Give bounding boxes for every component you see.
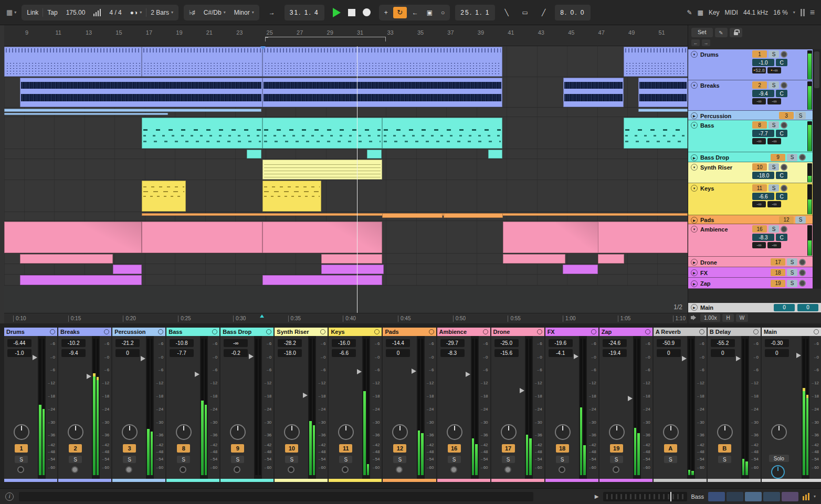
clip-fx[interactable] (113, 265, 142, 274)
pan-value[interactable]: C (776, 130, 787, 137)
computer-keyboard-icon[interactable]: ▦ (698, 9, 703, 16)
fader-lane[interactable] (411, 336, 417, 479)
clip-bass[interactable] (382, 118, 502, 149)
options-icon[interactable] (753, 329, 759, 334)
send-value[interactable]: -∞ (767, 242, 781, 248)
volume-value[interactable]: -18.0 (278, 349, 302, 357)
options-icon[interactable] (158, 329, 163, 334)
clip-percussion[interactable] (4, 113, 168, 115)
peak-level-value[interactable]: -6.44 (7, 339, 31, 347)
arm-button[interactable] (799, 259, 806, 266)
solo-button[interactable]: S (123, 456, 136, 463)
fader-lane[interactable] (465, 336, 471, 479)
clip-drums[interactable] (624, 47, 688, 77)
options-icon[interactable] (814, 329, 819, 334)
menu-icon[interactable]: ≡ (810, 8, 815, 17)
pan-knob[interactable] (14, 424, 29, 440)
clip-percussion[interactable] (4, 109, 261, 112)
quantization-menu[interactable]: 2 Bars ▾ (146, 5, 177, 20)
track-number-badge[interactable]: 11 (752, 184, 767, 192)
solo-button[interactable]: S (787, 154, 797, 161)
arm-button[interactable] (180, 466, 186, 473)
track-number-badge[interactable]: 17 (771, 258, 785, 266)
mixer-strip-header[interactable]: Keys (329, 328, 382, 336)
arm-button[interactable] (781, 82, 787, 89)
key-scale-menu[interactable]: Minor ▾ (230, 5, 258, 20)
device-thumbnail[interactable] (727, 492, 743, 501)
punch-region-icon[interactable]: ▭ (518, 0, 532, 25)
fader-handle[interactable] (466, 372, 470, 377)
metronome-button[interactable]: ●◑ ▾ (126, 5, 146, 20)
unfold-icon[interactable]: ▶ (691, 154, 698, 161)
track-header-zap[interactable]: ▶Zap19S (688, 278, 813, 289)
fader-lane[interactable] (356, 336, 362, 479)
send-value[interactable]: -∞ (767, 201, 781, 207)
loop-region-marker[interactable] (265, 37, 386, 41)
track-header-drums[interactable]: ▼Drums1S-1.0C52.8-∞ (688, 49, 813, 80)
volume-value[interactable]: 0 (711, 349, 735, 357)
solo-button[interactable]: S (769, 225, 779, 233)
mixer-strip-header[interactable]: Drums (4, 328, 57, 336)
solo-button[interactable]: S (787, 258, 797, 266)
mixer-strip-header[interactable]: A Reverb (654, 328, 707, 336)
arrangement-position-display[interactable]: 31. 1. 4 (285, 5, 324, 20)
arm-button[interactable] (71, 466, 78, 473)
clip-ambience[interactable] (142, 222, 262, 253)
clip-ambience[interactable] (262, 222, 382, 253)
punch-out-icon[interactable]: ╱ (538, 0, 550, 25)
arm-button[interactable] (613, 466, 619, 473)
arm-button[interactable] (396, 466, 403, 473)
send-value[interactable]: -∞ (752, 201, 766, 207)
fader-handle[interactable] (628, 396, 633, 401)
track-number-badge[interactable]: 19 (771, 280, 785, 287)
fader-lane[interactable] (86, 336, 92, 479)
fader-handle[interactable] (357, 369, 362, 374)
options-icon[interactable] (50, 329, 55, 334)
volume-value[interactable]: 0 (657, 349, 681, 357)
solo-cue-button[interactable]: Solo (769, 455, 789, 462)
send-value[interactable]: -∞ (767, 67, 781, 74)
track-number-badge[interactable]: 1 (752, 50, 767, 58)
solo-button[interactable]: S (787, 280, 797, 287)
clip-bass-drop[interactable] (367, 150, 381, 159)
pan-knob[interactable] (663, 424, 679, 440)
clip-breaks[interactable] (638, 78, 688, 107)
pan-knob[interactable] (555, 424, 571, 440)
peak-level-value[interactable]: -28.2 (278, 339, 302, 347)
track-number-badge[interactable]: 9 (231, 444, 244, 453)
draw-pencil-icon[interactable]: ✎ (687, 9, 692, 16)
arm-button[interactable] (17, 466, 24, 473)
track-header-keys[interactable]: ▼Keys11S-6.6C-∞-∞ (688, 183, 813, 215)
track-header-drone[interactable]: ▶Drone17S (688, 257, 813, 267)
track-number-badge[interactable]: 2 (69, 444, 82, 453)
fader-lane[interactable] (796, 336, 802, 479)
clip-bass-drop[interactable] (488, 150, 502, 159)
solo-button[interactable]: S (339, 456, 352, 463)
fader-lane[interactable] (735, 336, 741, 479)
key-root-menu[interactable]: C#/Db ▾ (199, 5, 230, 20)
volume-value[interactable]: -8.3 (440, 349, 465, 357)
track-header-bass-drop[interactable]: ▶Bass Drop9S (688, 152, 813, 162)
clip-pads[interactable] (382, 213, 443, 218)
track-number-badge[interactable]: 2 (752, 81, 767, 89)
clip-synth-riser[interactable] (262, 160, 382, 180)
peak-level-value[interactable]: -19.6 (549, 339, 573, 347)
lane-percussion[interactable] (4, 108, 688, 117)
device-thumbnail[interactable] (745, 492, 762, 501)
pan-knob[interactable] (68, 424, 83, 440)
unfold-icon[interactable]: ▶ (691, 112, 698, 119)
cpu-meter[interactable]: 16 % (773, 9, 787, 16)
solo-button[interactable]: S (664, 456, 677, 463)
solo-button[interactable]: S (556, 456, 569, 463)
pan-knob[interactable] (230, 424, 246, 440)
peak-level-value[interactable]: -21.2 (115, 339, 140, 347)
solo-button[interactable]: S (795, 112, 806, 119)
volume-value[interactable]: -1.0 (7, 349, 31, 357)
track-header-breaks[interactable]: ▼Breaks2S-9.4C-∞-∞ (688, 80, 813, 111)
fold-icon[interactable]: ▼ (691, 226, 698, 233)
fader-handle[interactable] (141, 356, 145, 361)
fader-lane[interactable] (519, 336, 525, 479)
track-header-bass[interactable]: ▼Bass8S-7.7C-∞-∞ (688, 120, 813, 152)
unfold-icon[interactable]: ▶ (691, 304, 698, 311)
volume-value[interactable]: -15.6 (494, 349, 519, 357)
